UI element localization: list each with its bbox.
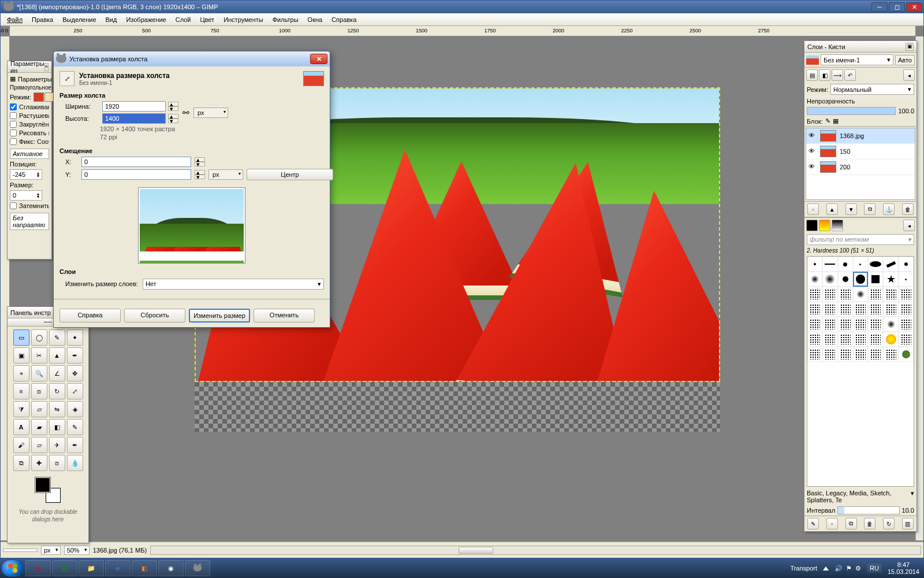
brush-item[interactable] — [807, 257, 822, 272]
brush-item[interactable] — [899, 287, 914, 302]
dialog-close-button[interactable]: ✕ — [310, 54, 327, 64]
brush-item[interactable] — [899, 272, 914, 287]
brush-item[interactable] — [807, 272, 822, 287]
status-unit[interactable]: px — [41, 546, 61, 555]
brush-menu-icon[interactable]: ◂ — [903, 220, 915, 231]
layer-row[interactable]: 👁150 — [806, 144, 915, 160]
tool-options-dock[interactable]: Параметры ин× ▦Параметры Прямоугольное Р… — [7, 61, 52, 260]
move-tool[interactable]: ✥ — [67, 365, 83, 381]
menu-layer[interactable]: Слой — [172, 15, 195, 24]
status-zoom[interactable]: 50% — [64, 546, 90, 555]
start-button[interactable] — [1, 560, 24, 577]
text-tool[interactable]: A — [13, 419, 29, 435]
brush-categories[interactable]: Basic, Legacy, Media, Sketch, Splatters,… — [804, 488, 916, 505]
menu-view[interactable]: Вид — [102, 15, 121, 24]
brush-item[interactable] — [899, 302, 914, 317]
unit-select[interactable]: px — [193, 108, 228, 118]
brush-item[interactable]: ★ — [883, 272, 898, 287]
bucket-tool[interactable]: ▰ — [31, 419, 47, 435]
eraser-tool[interactable]: ▱ — [31, 437, 47, 453]
perspective-clone-tool[interactable]: ⧈ — [49, 455, 65, 471]
mode-replace[interactable] — [33, 92, 44, 102]
fixed-combo[interactable]: Активное — [10, 149, 49, 159]
canvas-preview[interactable] — [138, 187, 245, 264]
layers-brushes-dock[interactable]: Слои - Кисти▣ Без имени-1▾ Авто ▤ ◧ ⟿ ↶ … — [804, 40, 917, 532]
anchor-layer-button[interactable]: ⚓ — [883, 203, 895, 215]
perspective-tool[interactable]: ▱ — [31, 401, 47, 417]
taskbar-gimp[interactable] — [185, 560, 210, 576]
gradients-tab[interactable] — [832, 220, 843, 231]
taskbar-adobe[interactable]: ▲ — [25, 560, 51, 576]
resize-layers-select[interactable]: Нет▾ — [143, 279, 324, 290]
height-spinner[interactable]: ▴▾ — [168, 114, 178, 123]
menu-filters[interactable]: Фильтры — [269, 15, 303, 24]
brush-item[interactable] — [883, 317, 898, 332]
refresh-brush-button[interactable]: ↻ — [883, 518, 895, 529]
titlebar[interactable]: *[1368] (импортировано)-1.0 (Цвета RGB, … — [1, 1, 923, 13]
brush-item[interactable] — [868, 287, 883, 302]
brush-item[interactable] — [883, 287, 898, 302]
taskbar-chrome[interactable]: ◉ — [158, 560, 184, 576]
new-layer-button[interactable]: ▫ — [807, 203, 819, 215]
brush-item[interactable] — [822, 317, 837, 332]
brush-item[interactable] — [822, 347, 837, 362]
windows-taskbar[interactable]: ▲ ▦ 📁 e ◧ ◉ Transport 🔊⚑⚙ RU 8:4715.03.2… — [0, 558, 924, 578]
taskbar-app1[interactable]: ◧ — [132, 560, 157, 576]
size-input[interactable]: 0▴▾ — [10, 190, 42, 201]
brush-item[interactable] — [899, 332, 914, 347]
opacity-slider[interactable] — [807, 107, 896, 115]
height-input[interactable]: 1400 — [102, 113, 166, 124]
ellipse-select-tool[interactable]: ◯ — [31, 329, 47, 346]
pencil-tool[interactable]: ✎ — [67, 419, 83, 435]
menu-file[interactable]: Файл — [3, 15, 27, 24]
brush-item[interactable] — [853, 287, 868, 302]
brush-item[interactable] — [883, 332, 898, 347]
rotate-tool[interactable]: ↻ — [49, 383, 65, 399]
raise-layer-button[interactable]: ▲ — [826, 203, 838, 215]
channels-tab[interactable]: ◧ — [819, 69, 830, 81]
duplicate-layer-button[interactable]: ⧉ — [864, 203, 875, 215]
brush-item[interactable] — [853, 332, 868, 347]
taskbar-explorer[interactable]: 📁 — [79, 560, 104, 576]
menu-image[interactable]: Изображение — [122, 15, 170, 24]
layers-tab[interactable]: ▤ — [806, 69, 818, 81]
shear-tool[interactable]: ⧩ — [13, 401, 29, 417]
airbrush-tool[interactable]: ✈ — [49, 437, 65, 453]
rounded-checkbox[interactable] — [10, 121, 17, 128]
delete-brush-button[interactable]: 🗑 — [864, 518, 875, 529]
brush-item[interactable] — [853, 347, 868, 362]
layers-close-icon[interactable]: ▣ — [906, 43, 914, 51]
menu-select[interactable]: Выделение — [58, 15, 100, 24]
brush-item[interactable] — [853, 272, 868, 287]
antialias-checkbox[interactable] — [10, 103, 17, 110]
eye-icon[interactable]: 👁 — [808, 147, 817, 155]
lock-pixel-icon[interactable]: ✎ — [825, 117, 830, 125]
canvas-size-dialog[interactable]: Установка размера холста ✕ ⤢ Установка р… — [53, 51, 330, 328]
brush-item[interactable] — [807, 302, 822, 317]
auto-button[interactable]: Авто — [895, 55, 915, 65]
heal-tool[interactable]: ✚ — [31, 455, 47, 471]
image-selector[interactable]: Без имени-1▾ — [821, 54, 893, 65]
menu-windows[interactable]: Окна — [304, 15, 327, 24]
flip-tool[interactable]: ⇋ — [49, 401, 65, 417]
scissors-tool[interactable]: ✂ — [31, 347, 47, 364]
undo-tab[interactable]: ↶ — [844, 69, 856, 81]
bycolor-select-tool[interactable]: ▣ — [13, 347, 29, 364]
fg-bg-colors[interactable] — [35, 477, 61, 503]
align-tool[interactable]: ≡ — [13, 383, 29, 399]
toolbox-dock[interactable]: Панель инстр× ╌╌ ▭ ◯ ✎ ✦ ▣ ✂ ▲ ✒ ⌖ 🔍 ∠ ✥… — [7, 306, 89, 543]
feather-checkbox[interactable] — [10, 112, 17, 119]
brush-grid[interactable]: ★ — [807, 256, 914, 487]
crop-tool[interactable]: ⧈ — [31, 383, 47, 399]
taskbar-ie[interactable]: e — [105, 560, 131, 576]
position-x-input[interactable]: -245▴▾ — [10, 169, 42, 180]
brush-item[interactable] — [899, 257, 914, 272]
brush-item[interactable] — [822, 332, 837, 347]
delete-layer-button[interactable]: 🗑 — [902, 203, 914, 215]
fixed-checkbox[interactable] — [10, 138, 17, 145]
close-button[interactable]: ✕ — [906, 2, 922, 12]
brush-item[interactable] — [807, 317, 822, 332]
brush-item[interactable] — [807, 347, 822, 362]
brush-item[interactable] — [883, 347, 898, 362]
zoom-tool[interactable]: 🔍 — [31, 365, 47, 381]
